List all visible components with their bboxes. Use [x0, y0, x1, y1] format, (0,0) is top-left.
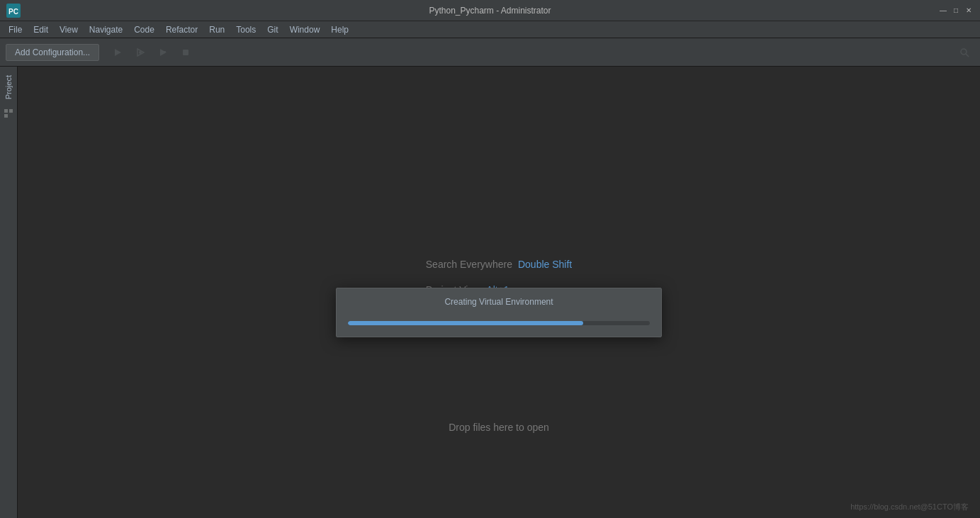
svg-marker-2	[115, 49, 121, 56]
svg-rect-6	[160, 51, 166, 52]
menubar: File Edit View Navigate Code Refactor Ru…	[0, 21, 980, 38]
sidebar-icon-structure[interactable]	[3, 108, 14, 119]
stop-button[interactable]	[176, 43, 196, 62]
hint-search-label: Search Everywhere	[426, 258, 512, 269]
svg-point-4	[139, 51, 142, 54]
search-button[interactable]	[954, 43, 974, 62]
menu-help[interactable]: Help	[325, 23, 354, 37]
toolbar: Add Configuration...	[0, 38, 980, 67]
svg-rect-11	[9, 109, 13, 113]
menu-window[interactable]: Window	[284, 23, 326, 37]
window-controls[interactable]: — □ ✕	[937, 5, 974, 16]
watermark: https://blog.csdn.net@51CTO博客	[850, 502, 969, 512]
menu-file[interactable]: File	[3, 23, 28, 37]
menu-navigate[interactable]: Navigate	[84, 23, 128, 37]
drop-files-text: Drop files here to open	[449, 422, 549, 433]
progress-bar-container	[348, 321, 650, 325]
svg-text:PC: PC	[9, 8, 18, 16]
svg-marker-5	[160, 49, 167, 56]
progress-title: Creating Virtual Environment	[337, 288, 661, 315]
sidebar-tab-project[interactable]: Project	[1, 69, 16, 105]
titlebar: PC Python_Pycharm - Administrator — □ ✕	[0, 0, 980, 21]
menu-tools[interactable]: Tools	[230, 23, 261, 37]
menu-edit[interactable]: Edit	[28, 23, 54, 37]
titlebar-left: PC	[6, 3, 26, 18]
close-button[interactable]: ✕	[963, 5, 974, 16]
svg-rect-10	[4, 109, 8, 113]
menu-git[interactable]: Git	[261, 23, 283, 37]
svg-point-8	[961, 49, 967, 55]
add-configuration-button[interactable]: Add Configuration...	[6, 44, 99, 61]
sidebar: Project	[0, 67, 18, 518]
run-button[interactable]	[108, 43, 128, 62]
app-logo: PC	[6, 3, 21, 18]
main-area: Search Everywhere Double Shift Project V…	[18, 67, 980, 518]
maximize-button[interactable]: □	[950, 5, 962, 16]
hint-search-shortcut: Double Shift	[518, 258, 572, 269]
svg-rect-12	[4, 114, 8, 118]
debug-button[interactable]	[130, 43, 150, 62]
run-coverage-button[interactable]	[153, 43, 173, 62]
svg-line-9	[966, 54, 969, 57]
minimize-button[interactable]: —	[937, 5, 949, 16]
progress-dialog: Creating Virtual Environment	[336, 288, 662, 337]
menu-code[interactable]: Code	[128, 23, 160, 37]
menu-refactor[interactable]: Refactor	[160, 23, 203, 37]
menu-run[interactable]: Run	[203, 23, 230, 37]
title-text: Python_Pycharm - Administrator	[429, 6, 551, 16]
progress-bar-fill	[348, 321, 583, 325]
svg-rect-7	[183, 50, 188, 55]
hint-search: Search Everywhere Double Shift	[426, 258, 572, 269]
menu-view[interactable]: View	[54, 23, 84, 37]
